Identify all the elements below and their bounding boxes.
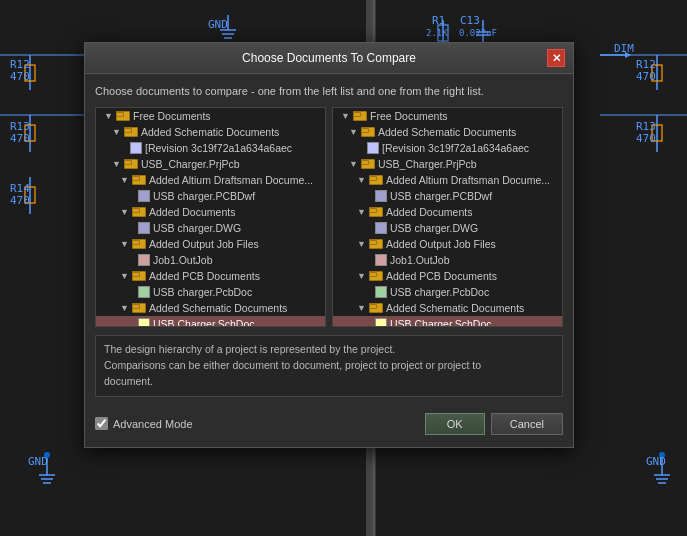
cancel-button[interactable]: Cancel bbox=[491, 413, 563, 435]
folder-icon bbox=[132, 239, 146, 249]
folder-icon bbox=[369, 175, 383, 185]
tree-item-label: Added Documents bbox=[149, 206, 235, 218]
folder-icon bbox=[116, 111, 130, 121]
tree-item-label: USB Charger.SchDoc bbox=[153, 318, 255, 327]
expand-icon: ▼ bbox=[112, 127, 122, 137]
advanced-mode-checkbox[interactable] bbox=[95, 417, 108, 430]
tree-item-label: Added PCB Documents bbox=[149, 270, 260, 282]
tree-item[interactable]: USB charger.PcbDoc bbox=[333, 284, 562, 300]
tree-item[interactable]: USB Charger.SchDoc bbox=[96, 316, 325, 327]
tree-item[interactable]: ▼Free Documents bbox=[333, 108, 562, 124]
folder-icon bbox=[369, 207, 383, 217]
folder-icon bbox=[369, 239, 383, 249]
doc-icon bbox=[138, 222, 150, 234]
tree-item[interactable]: [Revision 3c19f72a1a634a6aec bbox=[333, 140, 562, 156]
expand-icon: ▼ bbox=[357, 271, 367, 281]
ok-button[interactable]: OK bbox=[425, 413, 485, 435]
tree-item[interactable]: USB charger.PcbDoc bbox=[96, 284, 325, 300]
doc-icon bbox=[138, 254, 150, 266]
close-button[interactable]: ✕ bbox=[547, 49, 565, 67]
folder-icon bbox=[132, 303, 146, 313]
tree-item-label: USB charger.PCBDwf bbox=[390, 190, 492, 202]
tree-item[interactable]: ▼Added Output Job Files bbox=[96, 236, 325, 252]
tree-item-label: Added Output Job Files bbox=[149, 238, 259, 250]
doc-icon bbox=[375, 222, 387, 234]
status-line: The design hierarchy of a project is rep… bbox=[104, 342, 554, 358]
tree-item[interactable]: Job1.OutJob bbox=[96, 252, 325, 268]
advanced-mode-label[interactable]: Advanced Mode bbox=[95, 417, 193, 430]
compare-dialog: Choose Documents To Compare ✕ Choose doc… bbox=[84, 42, 574, 448]
status-line: Comparisons can be either document to do… bbox=[104, 358, 554, 374]
tree-item[interactable]: ▼Added Schematic Documents bbox=[333, 124, 562, 140]
expand-icon: ▼ bbox=[357, 303, 367, 313]
tree-item[interactable]: Job1.OutJob bbox=[333, 252, 562, 268]
tree-item-label: USB_Charger.PrjPcb bbox=[141, 158, 240, 170]
expand-icon: ▼ bbox=[120, 271, 130, 281]
tree-item-label: USB charger.PcbDoc bbox=[390, 286, 489, 298]
dialog-titlebar: Choose Documents To Compare ✕ bbox=[85, 43, 573, 74]
tree-item[interactable]: USB charger.PCBDwf bbox=[333, 188, 562, 204]
folder-icon bbox=[124, 127, 138, 137]
tree-item[interactable]: USB charger.DWG bbox=[333, 220, 562, 236]
expand-icon: ▼ bbox=[357, 175, 367, 185]
doc-icon bbox=[367, 142, 379, 154]
tree-item[interactable]: [Revision 3c19f72a1a634a6aec bbox=[96, 140, 325, 156]
tree-item-label: Added Documents bbox=[386, 206, 472, 218]
tree-item[interactable]: USB charger.DWG bbox=[96, 220, 325, 236]
dialog-overlay: Choose Documents To Compare ✕ Choose doc… bbox=[0, 0, 687, 536]
tree-item[interactable]: ▼Added Altium Draftsman Docume... bbox=[96, 172, 325, 188]
tree-item-label: Added Schematic Documents bbox=[386, 302, 524, 314]
tree-item-label: Added Schematic Documents bbox=[141, 126, 279, 138]
tree-item[interactable]: ▼Added Output Job Files bbox=[333, 236, 562, 252]
doc-icon bbox=[138, 286, 150, 298]
tree-item-label: USB Charger.SchDoc bbox=[390, 318, 492, 327]
status-area: The design hierarchy of a project is rep… bbox=[95, 335, 563, 396]
tree-item[interactable]: ▼Added Documents bbox=[333, 204, 562, 220]
expand-icon: ▼ bbox=[349, 127, 359, 137]
tree-item[interactable]: ▼Added PCB Documents bbox=[96, 268, 325, 284]
tree-item[interactable]: ▼Added Schematic Documents bbox=[96, 124, 325, 140]
folder-icon bbox=[369, 271, 383, 281]
folder-icon bbox=[361, 159, 375, 169]
tree-item-label: USB charger.PcbDoc bbox=[153, 286, 252, 298]
tree-item[interactable]: ▼Added PCB Documents bbox=[333, 268, 562, 284]
tree-item-label: USB_Charger.PrjPcb bbox=[378, 158, 477, 170]
folder-icon bbox=[132, 271, 146, 281]
tree-item[interactable]: ▼USB_Charger.PrjPcb bbox=[333, 156, 562, 172]
tree-item-label: [Revision 3c19f72a1a634a6aec bbox=[145, 142, 292, 154]
folder-icon bbox=[124, 159, 138, 169]
right-tree-panel[interactable]: ▼Free Documents▼Added Schematic Document… bbox=[332, 107, 563, 327]
tree-item-label: USB charger.DWG bbox=[153, 222, 241, 234]
tree-item-label: Added PCB Documents bbox=[386, 270, 497, 282]
expand-icon: ▼ bbox=[104, 111, 114, 121]
folder-icon bbox=[353, 111, 367, 121]
tree-item-label: [Revision 3c19f72a1a634a6aec bbox=[382, 142, 529, 154]
folder-icon bbox=[132, 207, 146, 217]
doc-icon bbox=[375, 286, 387, 298]
tree-item[interactable]: ▼Added Schematic Documents bbox=[333, 300, 562, 316]
tree-item-label: USB charger.PCBDwf bbox=[153, 190, 255, 202]
tree-item-label: Job1.OutJob bbox=[390, 254, 450, 266]
tree-item[interactable]: ▼USB_Charger.PrjPcb bbox=[96, 156, 325, 172]
left-tree-panel[interactable]: ▼Free Documents▼Added Schematic Document… bbox=[95, 107, 326, 327]
dialog-body: Choose documents to compare - one from t… bbox=[85, 74, 573, 447]
tree-item-label: Job1.OutJob bbox=[153, 254, 213, 266]
dialog-title: Choose Documents To Compare bbox=[111, 51, 547, 65]
folder-icon bbox=[132, 175, 146, 185]
tree-item-label: Added Output Job Files bbox=[386, 238, 496, 250]
tree-item[interactable]: ▼Added Documents bbox=[96, 204, 325, 220]
tree-item[interactable]: ▼Added Altium Draftsman Docume... bbox=[333, 172, 562, 188]
dialog-footer: Advanced Mode OK Cancel bbox=[95, 407, 563, 437]
tree-item[interactable]: USB Charger.SchDoc bbox=[333, 316, 562, 327]
tree-item[interactable]: ▼Free Documents bbox=[96, 108, 325, 124]
advanced-mode-text: Advanced Mode bbox=[113, 418, 193, 430]
tree-item-label: USB charger.DWG bbox=[390, 222, 478, 234]
expand-icon: ▼ bbox=[349, 159, 359, 169]
tree-item-label: Added Schematic Documents bbox=[149, 302, 287, 314]
tree-item[interactable]: USB charger.PCBDwf bbox=[96, 188, 325, 204]
instruction-text: Choose documents to compare - one from t… bbox=[95, 84, 563, 99]
tree-item-label: Added Altium Draftsman Docume... bbox=[149, 174, 313, 186]
expand-icon: ▼ bbox=[120, 175, 130, 185]
tree-item[interactable]: ▼Added Schematic Documents bbox=[96, 300, 325, 316]
tree-panels: ▼Free Documents▼Added Schematic Document… bbox=[95, 107, 563, 327]
